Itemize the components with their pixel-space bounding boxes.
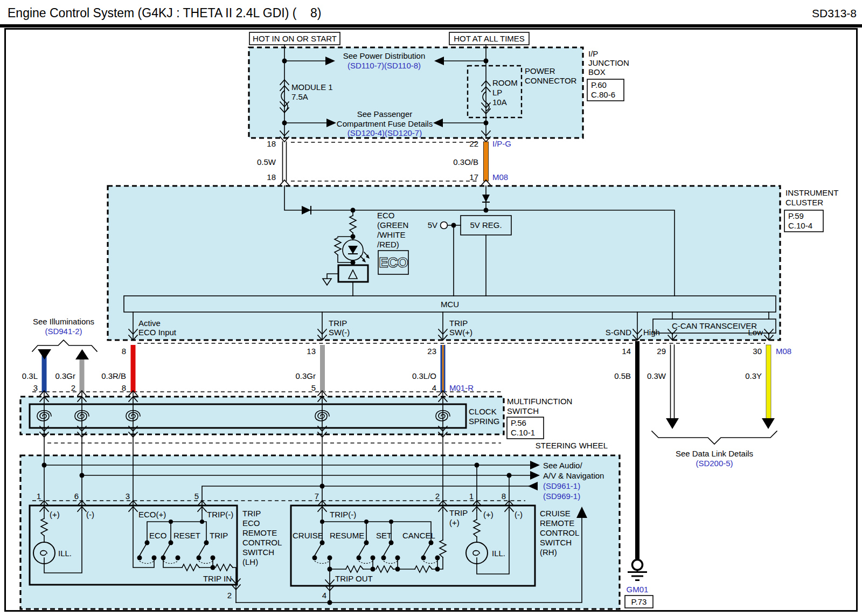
wire-color-label: 0.5B <box>614 371 631 380</box>
see-data-link: See Data Link Details <box>676 449 753 458</box>
lh-ill-label: ILL. <box>58 549 72 558</box>
see-audio-ref-1: (SD961-1) <box>543 481 580 490</box>
lh-name-2: ECO <box>242 518 260 528</box>
pin-number: 2 <box>71 383 75 392</box>
lh-name-6: (LH) <box>242 557 258 566</box>
see-passenger-2: Compartment Fuse Details <box>337 119 433 128</box>
wire-color-label: 0.3O/B <box>453 157 478 167</box>
see-power-distribution: See Power Distribution <box>343 51 426 60</box>
wire-color-label: 0.3Gr <box>55 371 75 380</box>
ip-junction-box: HOT IN ON OR START HOT AT ALL TIMES See … <box>249 32 629 138</box>
lh-sw-reset: RESET <box>173 531 200 540</box>
steering-wheel-title: STEERING WHEEL <box>536 441 608 450</box>
out-high: High <box>643 328 660 337</box>
page-code: SD313-8 <box>812 7 857 19</box>
fuse-module1-rating: 7.5A <box>291 92 308 101</box>
see-power-distribution-refs: (SD110-7)(SD110-8) <box>347 61 421 70</box>
lh-trip-minus-label: TRIP(-) <box>207 510 233 519</box>
rh-sw-cruise: CRUISE <box>293 531 323 540</box>
fuse-room-3: 10A <box>492 98 507 107</box>
rh-name-4: SWITCH <box>540 538 572 547</box>
see-illuminations-ref: (SD941-2) <box>45 327 82 336</box>
lh-minus-label: (-) <box>86 510 94 519</box>
see-data-link-ref: (SD200-5) <box>696 459 733 468</box>
pin-number: 23 <box>427 347 436 356</box>
ground-ring-icon <box>632 560 643 570</box>
v5-label: 5V <box>428 220 437 230</box>
lh-eco-plus-label: ECO(+) <box>138 510 166 519</box>
cluster-label-1: INSTRUMENT <box>785 188 838 197</box>
instrument-cluster: INSTRUMENT CLUSTER P.59 C.10-4 5V REG. 5… <box>108 186 838 340</box>
ip-label-1: I/P <box>588 49 598 58</box>
see-audio-1: See Audio/ <box>543 461 582 470</box>
multifunction-page: P.56 <box>511 418 526 427</box>
pin-number: 18 <box>267 139 276 148</box>
pin-number: 17 <box>469 172 478 182</box>
see-passenger-refs: (SD120-4)(SD120-7) <box>347 128 422 137</box>
wire-color-label: 0.3Y <box>745 371 762 380</box>
lh-name-5: SWITCH <box>242 548 274 557</box>
wire-03lo-stripe <box>442 345 444 392</box>
wire-color-label: 0.3L/O <box>412 371 436 380</box>
hot-in-on-or-start-label: HOT IN ON OR START <box>253 34 337 43</box>
steering-wheel: STEERING WHEEL See Audio/ A/V & Navigati… <box>20 434 620 609</box>
pin-number: 8 <box>122 383 126 392</box>
cluster-page: P.59 <box>788 211 804 220</box>
lh-trip-in-label: TRIP IN <box>203 574 232 583</box>
eco-lamp-label-3: /WHITE <box>377 230 406 239</box>
pin-number: 14 <box>622 347 631 356</box>
wire-03y <box>766 345 771 419</box>
rh-name-3: CONTROL <box>540 528 579 537</box>
pin-number: 1 <box>37 492 41 501</box>
pin-number: 2 <box>435 492 440 501</box>
out-trip-plus-2: SW(+) <box>449 328 472 337</box>
lh-name-1: TRIP <box>242 509 261 518</box>
connector-id: M01-R <box>449 383 474 392</box>
see-passenger-1: See Passenger <box>357 109 413 119</box>
fuse-module1-name: MODULE 1 <box>291 82 333 92</box>
multifunction-label-1: MULTIFUNCTION <box>507 397 572 406</box>
rh-trip-plus-2: (+) <box>449 518 460 527</box>
out-sgnd: S-GND <box>606 328 632 337</box>
out-low: Low <box>748 328 763 337</box>
wire-03gr-trip <box>320 345 325 392</box>
pin-number: 3 <box>126 492 130 501</box>
pin-number: 22 <box>469 139 478 148</box>
eco-indicator-glyph: ECO <box>379 254 408 271</box>
cluster-label-2: CLUSTER <box>785 198 823 207</box>
wire-03rb <box>131 345 136 392</box>
lh-plus-label: (+) <box>50 510 60 519</box>
ip-label-3: BOX <box>588 67 606 77</box>
rh-trip-plus-1: TRIP <box>449 508 468 517</box>
wire-03l <box>42 356 47 392</box>
wire-05b <box>635 341 639 559</box>
header-rule <box>0 24 862 27</box>
pin-number: 5 <box>311 383 316 392</box>
rh-ill-label: ILL. <box>492 549 505 558</box>
lh-name-3: REMOTE <box>242 528 277 537</box>
connector-id: I/P-G <box>492 139 511 148</box>
pin-number: 1 <box>469 492 474 501</box>
rh-sw-set: SET <box>376 531 392 540</box>
connector-id: M08 <box>492 172 508 182</box>
pin-number: 8 <box>502 492 506 501</box>
wire-color-label: 0.3L <box>22 371 38 380</box>
fuse-room-1: ROOM <box>492 78 518 87</box>
rh-name-1: CRUISE <box>540 509 571 518</box>
rh-sw-resume: RESUME <box>330 531 364 540</box>
wire-color-label: 0.3W <box>647 371 666 380</box>
clock-spring-label-1: CLOCK <box>469 407 497 416</box>
engine-control-wiring-diagram: Engine Control System (G4KJ : THETA II 2… <box>0 0 862 616</box>
eco-lamp-label-4: /RED) <box>377 240 399 249</box>
header: Engine Control System (G4KJ : THETA II 2… <box>0 0 862 27</box>
hot-at-all-times-label: HOT AT ALL TIMES <box>454 34 525 43</box>
lh-name-4: CONTROL <box>242 538 282 547</box>
out-trip-minus-1: TRIP <box>329 319 347 328</box>
lh-sw-trip: TRIP <box>210 531 228 540</box>
pin-number: 29 <box>657 347 666 356</box>
v5-reg-label: 5V REG. <box>470 220 502 230</box>
out-trip-minus-2: SW(-) <box>329 328 350 337</box>
see-audio-2: A/V & Navigation <box>543 471 604 480</box>
lh-sw-eco: ECO <box>149 531 167 540</box>
pin-number: 7 <box>315 492 319 501</box>
